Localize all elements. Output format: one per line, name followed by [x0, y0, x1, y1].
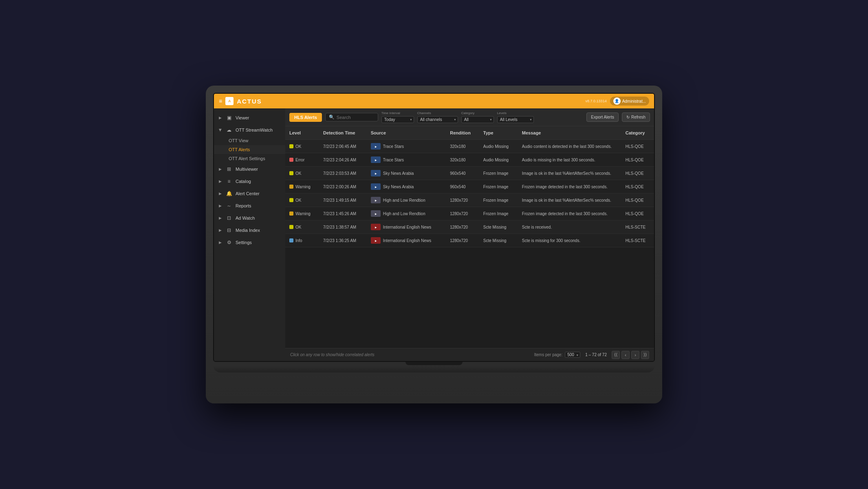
search-input[interactable] [337, 115, 373, 120]
table-footer: Click on any row to show/hide correlated… [285, 348, 654, 361]
ott-alert-settings-label: OTT Alert Settings [229, 156, 265, 161]
levels-select[interactable]: All Levels [497, 116, 534, 123]
cell-category-6: HLS-SCTE [621, 220, 654, 234]
cell-message-0: Audio content is detected in the last 30… [518, 140, 621, 153]
time-interval-select[interactable]: Today [381, 116, 414, 123]
items-per-page-select[interactable]: 500 [565, 352, 580, 358]
table-row[interactable]: OK7/2/23 2:03:53 AM ▶ Sky News Arabia960… [285, 167, 654, 180]
items-per-page-group: Items per page: 500 [534, 352, 580, 358]
sidebar-item-ott-streamwatch[interactable]: ▶ ☁ OTT StreamWatch [214, 124, 285, 136]
page-last-button[interactable]: ⟩⟩ [641, 351, 649, 359]
sidebar-label-media-index: Media Index [236, 228, 260, 233]
cell-type-2: Frozen Image [479, 167, 518, 180]
cell-type-0: Audio Missing [479, 140, 518, 153]
admin-badge[interactable]: 👤 Administrat... [610, 97, 649, 106]
time-interval-select-wrapper: Today [381, 115, 414, 123]
sidebar-subitem-ott-alerts[interactable]: OTT Alerts [214, 145, 285, 154]
category-select[interactable]: All [461, 116, 494, 123]
admin-label: Administrat... [622, 99, 646, 104]
sidebar-item-catalog[interactable]: ▶ ≡ Catalog [214, 175, 285, 187]
sidebar-item-viewer[interactable]: ▶ ▣ Viewer [214, 112, 285, 124]
cell-source-0: ▶ Trace Stars [367, 140, 446, 153]
table-row[interactable]: OK7/2/23 1:49:15 AM ▶ High and Low Rendt… [285, 194, 654, 207]
sidebar-label-multiviewer: Multiviewer [236, 167, 258, 172]
page-info: 1 – 72 of 72 [585, 352, 607, 357]
cell-message-5: Frozen image detected in the last 300 se… [518, 207, 621, 220]
cell-level-6: OK [285, 220, 319, 234]
cell-type-3: Frozen Image [479, 180, 518, 194]
media-index-arrow: ▶ [219, 228, 222, 232]
cell-type-4: Frozen Image [479, 194, 518, 207]
category-label: Category [461, 111, 494, 115]
refresh-label: Refresh [631, 115, 645, 119]
cell-type-7: Scte Missing [479, 234, 518, 247]
top-bar-right: v8.7.0.13314 👤 Administrat... [586, 97, 649, 106]
cell-category-2: HLS-QOE [621, 167, 654, 180]
cell-rendition-6: 1280x720 [446, 220, 479, 234]
time-interval-label: Time Interval [381, 111, 414, 115]
svg-text:▶: ▶ [375, 199, 377, 202]
table-row[interactable]: Warning7/2/23 2:00:26 AM ▶ Sky News Arab… [285, 180, 654, 194]
main-content: ▶ ▣ Viewer ▶ ☁ OTT StreamWatch OTT View … [214, 108, 654, 361]
cell-category-3: HLS-QOE [621, 180, 654, 194]
ott-streamwatch-icon: ☁ [226, 127, 232, 133]
page-first-button[interactable]: ⟨⟨ [612, 351, 620, 359]
cell-level-4: OK [285, 194, 319, 207]
laptop-frame: ≡ A ACTUS v8.7.0.13314 👤 Administrat... [206, 86, 662, 403]
laptop-base [213, 365, 655, 372]
cell-source-3: ▶ Sky News Arabia [367, 180, 446, 194]
search-box: 🔍 [325, 113, 378, 121]
cell-source-1: ▶ Trace Stars [367, 153, 446, 167]
footer-hint: Click on any row to show/hide correlated… [290, 352, 375, 357]
refresh-button[interactable]: ↻ Refresh [622, 112, 650, 122]
cell-level-5: Warning [285, 207, 319, 220]
table-row[interactable]: OK7/2/23 2:06:45 AM ▶ Trace Stars320x180… [285, 140, 654, 153]
sidebar-item-media-index[interactable]: ▶ ⊟ Media Index [214, 224, 285, 236]
sidebar-item-alert-center[interactable]: ▶ 🔔 Alert Center [214, 187, 285, 200]
hamburger-icon[interactable]: ≡ [219, 98, 222, 104]
cell-detection-time-4: 7/2/23 1:49:15 AM [319, 194, 367, 207]
reports-arrow: ▶ [219, 204, 222, 208]
cell-category-1: HLS-QOE [621, 153, 654, 167]
ad-watch-arrow: ▶ [219, 216, 222, 220]
page-next-button[interactable]: › [631, 351, 639, 359]
svg-text:▶: ▶ [375, 186, 377, 188]
sidebar-item-reports[interactable]: ▶ ～ Reports [214, 200, 285, 212]
ott-view-label: OTT View [229, 138, 249, 143]
sidebar-subitem-ott-view[interactable]: OTT View [214, 136, 285, 145]
alerts-table-container[interactable]: Level Detection Time Source Rendition Ty… [285, 126, 654, 348]
admin-avatar: 👤 [613, 97, 621, 105]
page-prev-button[interactable]: ‹ [621, 351, 630, 359]
channels-select[interactable]: All channels [417, 116, 458, 123]
export-alerts-button[interactable]: Export Alerts [586, 112, 619, 122]
cell-source-4: ▶ High and Low Rendtion [367, 194, 446, 207]
sidebar-item-ad-watch[interactable]: ▶ ⊡ Ad Watch [214, 212, 285, 224]
catalog-icon: ≡ [226, 178, 232, 185]
hls-alerts-button[interactable]: HLS Alerts [289, 113, 322, 122]
cell-category-0: HLS-QOE [621, 140, 654, 153]
refresh-icon: ↻ [626, 115, 630, 119]
cell-source-6: ▶ International English News [367, 220, 446, 234]
svg-text:▶: ▶ [375, 172, 377, 175]
col-level: Level [285, 126, 319, 140]
table-row[interactable]: OK7/2/23 1:38:57 AM ▶ International Engl… [285, 220, 654, 234]
cell-message-4: Image is ok in the last %AlertAfterSec% … [518, 194, 621, 207]
cell-category-7: HLS-SCTE [621, 234, 654, 247]
table-row[interactable]: Info7/2/23 1:36:25 AM ▶ International En… [285, 234, 654, 247]
sidebar-subitem-ott-alert-settings[interactable]: OTT Alert Settings [214, 154, 285, 163]
cell-detection-time-5: 7/2/23 1:45:26 AM [319, 207, 367, 220]
catalog-arrow: ▶ [219, 179, 222, 183]
settings-icon: ⚙ [226, 239, 232, 246]
sidebar-item-multiviewer[interactable]: ▶ ⊞ Multiviewer [214, 163, 285, 175]
table-row[interactable]: Warning7/2/23 1:45:26 AM ▶ High and Low … [285, 207, 654, 220]
cell-rendition-7: 1280x720 [446, 234, 479, 247]
col-type: Type [479, 126, 518, 140]
cell-detection-time-2: 7/2/23 2:03:53 AM [319, 167, 367, 180]
items-per-page-select-wrapper: 500 [565, 352, 580, 358]
sidebar-item-settings[interactable]: ▶ ⚙ Settings [214, 236, 285, 249]
cell-level-7: Info [285, 234, 319, 247]
table-row[interactable]: Error7/2/23 2:04:26 AM ▶ Trace Stars320x… [285, 153, 654, 167]
logo-mark: A [228, 99, 231, 103]
search-icon: 🔍 [329, 115, 335, 120]
arrow-icon: ▶ [219, 116, 222, 120]
